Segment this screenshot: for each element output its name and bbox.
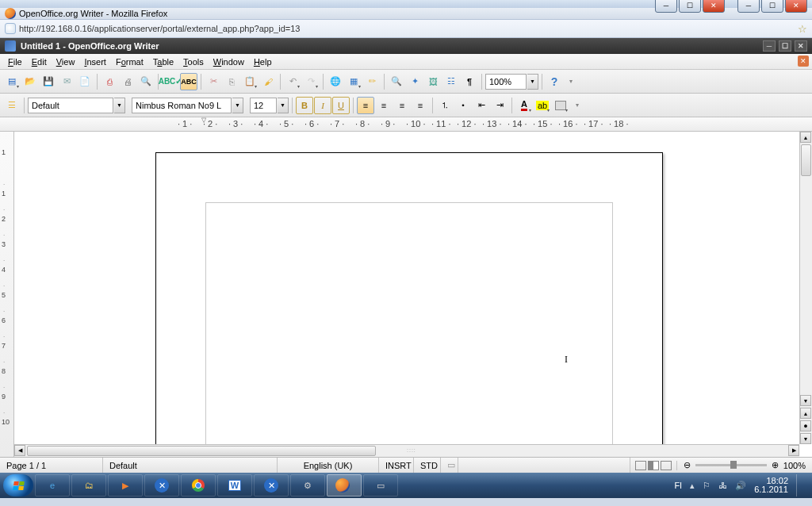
doc-close-button[interactable]: ✕ bbox=[798, 56, 809, 67]
tray-lang[interactable]: FI bbox=[674, 481, 682, 490]
menu-insert[interactable]: Insert bbox=[79, 56, 111, 68]
find-replace-button[interactable]: 🔍 bbox=[388, 73, 405, 90]
split-handle[interactable]: :::: bbox=[407, 447, 416, 453]
styles-button[interactable]: ☰ bbox=[3, 97, 21, 114]
vertical-ruler[interactable]: 11·2·3·4·5·6·7·8·9·10· bbox=[0, 132, 14, 457]
format-paintbrush-button[interactable]: 🖌 bbox=[259, 73, 277, 90]
menu-tools[interactable]: Tools bbox=[178, 56, 209, 68]
vertical-scrollbar[interactable]: ▲ ▼ ▲ ● ▼ bbox=[799, 132, 812, 444]
menu-format[interactable]: Format bbox=[111, 56, 148, 68]
scroll-right-arrow[interactable]: ▶ bbox=[788, 445, 799, 456]
font-size-dropdown[interactable]: ▼ bbox=[278, 98, 289, 113]
status-selection-mode[interactable]: STD bbox=[414, 458, 441, 473]
tray-clock[interactable]: 18:02 6.1.2011 bbox=[754, 477, 788, 494]
taskbar-app-x1[interactable]: ✕ bbox=[144, 474, 179, 496]
close-button[interactable]: ✕ bbox=[785, 0, 807, 13]
table-button[interactable]: ▦ bbox=[345, 73, 362, 90]
formatting-overflow[interactable]: ▾ bbox=[576, 102, 579, 109]
book-view[interactable] bbox=[661, 461, 672, 470]
align-justify-button[interactable]: ≡ bbox=[412, 97, 429, 114]
print-preview-button[interactable]: 🔍 bbox=[137, 73, 155, 90]
status-style[interactable]: Default bbox=[103, 458, 278, 473]
save-button[interactable]: 💾 bbox=[40, 73, 57, 90]
menu-view[interactable]: View bbox=[52, 56, 80, 68]
increase-indent-button[interactable]: ⇥ bbox=[491, 97, 508, 114]
multi-page-view[interactable] bbox=[648, 461, 659, 470]
start-button[interactable] bbox=[3, 474, 33, 496]
zoom-slider-thumb[interactable] bbox=[730, 461, 737, 469]
highlight-button[interactable]: ab bbox=[534, 97, 551, 114]
ooo-minimize-button[interactable]: ─ bbox=[763, 40, 776, 52]
prev-page-button[interactable]: ▲ bbox=[800, 408, 811, 419]
undo-button[interactable]: ↶ bbox=[284, 73, 301, 90]
background-color-button[interactable] bbox=[552, 97, 569, 114]
decrease-indent-button[interactable]: ⇤ bbox=[473, 97, 490, 114]
align-left-button[interactable]: ≡ bbox=[357, 97, 374, 114]
maximize-button[interactable]: ☐ bbox=[761, 0, 783, 13]
font-name-dropdown[interactable]: ▼ bbox=[232, 98, 243, 113]
page[interactable]: I bbox=[155, 152, 663, 444]
menu-table[interactable]: Table bbox=[148, 56, 178, 68]
font-name-combo[interactable]: Nimbus Roman No9 L bbox=[132, 98, 232, 113]
zoom-percent[interactable]: 100% bbox=[783, 461, 806, 470]
menu-file[interactable]: File bbox=[3, 56, 27, 68]
redo-button[interactable]: ↷ bbox=[302, 73, 320, 90]
horizontal-scrollbar[interactable]: ◀ ▶ :::: bbox=[14, 444, 799, 457]
gallery-button[interactable]: 🖼 bbox=[424, 73, 442, 90]
cut-button[interactable]: ✂ bbox=[205, 73, 222, 90]
paragraph-style-combo[interactable]: Default bbox=[28, 98, 113, 113]
taskbar-wmp[interactable]: ▶ bbox=[108, 474, 143, 496]
hscroll-thumb[interactable] bbox=[27, 446, 376, 456]
zoom-in-button[interactable]: ⊕ bbox=[772, 460, 779, 470]
taskbar-ie[interactable]: e bbox=[35, 474, 70, 496]
zoom-slider[interactable] bbox=[695, 464, 767, 466]
open-button[interactable]: 📂 bbox=[21, 73, 39, 90]
vscroll-thumb[interactable] bbox=[801, 144, 811, 176]
status-language[interactable]: English (UK) bbox=[278, 458, 379, 473]
export-pdf-button[interactable]: ⎙ bbox=[101, 73, 118, 90]
single-page-view[interactable] bbox=[635, 461, 646, 470]
align-right-button[interactable]: ≡ bbox=[393, 97, 411, 114]
email-button[interactable]: ✉ bbox=[58, 73, 75, 90]
taskbar-app-doc[interactable]: ▭ bbox=[363, 474, 398, 496]
status-signature[interactable]: ▭ bbox=[441, 458, 458, 473]
numbered-list-button[interactable]: ⒈ bbox=[436, 97, 454, 114]
taskbar-explorer[interactable]: 🗂 bbox=[71, 474, 106, 496]
taskbar-app-gear[interactable]: ⚙ bbox=[290, 474, 325, 496]
scroll-down-arrow[interactable]: ▼ bbox=[800, 395, 811, 406]
menu-edit[interactable]: Edit bbox=[27, 56, 52, 68]
scroll-left-arrow[interactable]: ◀ bbox=[14, 445, 25, 456]
paragraph-style-dropdown[interactable]: ▼ bbox=[114, 98, 125, 113]
tray-flag-icon[interactable]: ⚐ bbox=[703, 481, 710, 491]
taskbar-firefox[interactable] bbox=[327, 474, 362, 496]
bulleted-list-button[interactable]: ⦁ bbox=[454, 97, 472, 114]
url-field[interactable]: http://192.168.0.16/applicationserver/po… bbox=[19, 24, 795, 33]
ooo-maximize-button[interactable]: ☐ bbox=[779, 40, 791, 52]
print-button[interactable]: 🖨 bbox=[119, 73, 136, 90]
data-sources-button[interactable]: ☷ bbox=[442, 73, 460, 90]
minimize-button[interactable]: ─ bbox=[737, 0, 760, 13]
tray-network-icon[interactable]: 🖧 bbox=[718, 481, 727, 490]
show-desktop-button[interactable] bbox=[796, 474, 802, 496]
bg-close-button[interactable]: ✕ bbox=[703, 0, 725, 13]
align-center-button[interactable]: ≡ bbox=[375, 97, 393, 114]
site-identity-icon[interactable] bbox=[5, 23, 16, 34]
horizontal-ruler[interactable]: ▽· 1 ·· 2 ·· 3 ·· 4 ·· 5 ·· 6 ·· 7 ·· 8 … bbox=[0, 117, 812, 132]
toolbar-overflow[interactable]: ▾ bbox=[569, 78, 573, 85]
taskbar-word[interactable]: W bbox=[217, 474, 252, 496]
show-draw-button[interactable]: ✏ bbox=[363, 73, 381, 90]
bold-button[interactable]: B bbox=[296, 97, 313, 114]
nav-button[interactable]: ● bbox=[800, 420, 811, 431]
italic-button[interactable]: I bbox=[314, 97, 331, 114]
nonprinting-chars-button[interactable]: ¶ bbox=[461, 73, 478, 90]
bookmark-star-icon[interactable]: ☆ bbox=[798, 23, 807, 35]
next-page-button[interactable]: ▼ bbox=[800, 433, 811, 444]
spellcheck-button[interactable]: ABC✓ bbox=[162, 73, 179, 90]
bg-maximize-button[interactable]: ☐ bbox=[679, 0, 701, 13]
taskbar-chrome[interactable] bbox=[181, 474, 216, 496]
status-insert-mode[interactable]: INSRT bbox=[379, 458, 414, 473]
scroll-up-arrow[interactable]: ▲ bbox=[800, 132, 811, 143]
new-button[interactable]: ▤ bbox=[3, 73, 21, 90]
auto-spellcheck-button[interactable]: ABC bbox=[180, 73, 197, 90]
tray-volume-icon[interactable]: 🔊 bbox=[735, 481, 746, 491]
